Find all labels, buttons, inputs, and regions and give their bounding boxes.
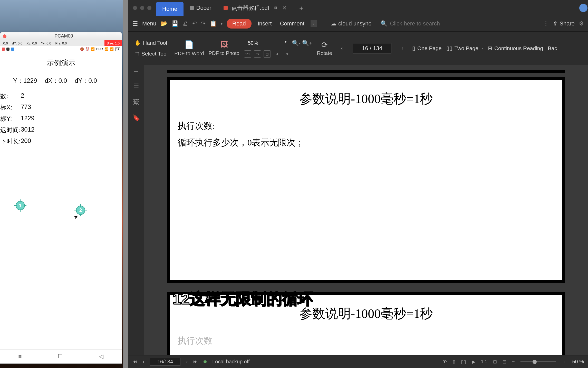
fit-screen-icon[interactable]: ◻ [264, 50, 271, 58]
continuous-reading-button[interactable]: ⊟Continuous Reading [488, 45, 543, 51]
click-canvas[interactable]: 1 2 ➤ [0, 147, 122, 301]
nav-back-button[interactable]: ◁ [99, 353, 103, 360]
tab-document[interactable]: i点击器教程.pdf ⧉ ✕ [217, 0, 293, 16]
live-coord-y: Y：1229 [13, 77, 45, 85]
eye-protection-icon[interactable]: 👁 [442, 359, 447, 364]
maximize-button[interactable] [147, 6, 151, 10]
close-tab-icon[interactable]: ✕ [282, 5, 287, 11]
page-number-input[interactable]: 16 / 134 [353, 43, 391, 53]
prev-page-icon[interactable]: ‹ [143, 359, 144, 364]
fit-page-icon[interactable]: ▭ [254, 50, 261, 58]
backup-status-dot [204, 360, 207, 363]
word-convert-icon: 📄 [184, 40, 194, 49]
outline-icon[interactable]: ☰ [133, 82, 139, 90]
pdf-reader-window: Home Docer i点击器教程.pdf ⧉ ✕ ＋ ☰ Menu 📂 💾 🖨… [128, 0, 588, 368]
more-options-icon[interactable]: ⋮ [543, 20, 549, 27]
undo-icon[interactable]: ↶ [192, 20, 197, 27]
zoom-in-status-icon[interactable]: ＋ [562, 359, 566, 365]
rotate-right-icon[interactable]: ↻ [283, 50, 290, 58]
docer-icon [190, 6, 194, 10]
read-mode-button[interactable]: Read [227, 19, 252, 29]
wifi-icon: 📶 [91, 47, 95, 51]
video-subtitle-overlay: 12这样无限制的循环 [172, 289, 313, 309]
phone-window-titlebar: PCAM00 [0, 32, 122, 40]
select-tool-button[interactable]: ⬚Select Tool [132, 50, 170, 58]
insert-tab[interactable]: Insert [256, 20, 274, 27]
pdf-to-word-button[interactable]: 📄PDF to Word [174, 40, 204, 57]
zoom-select[interactable]: 50%▾ [244, 39, 290, 47]
dropdown-icon[interactable]: ▾ [221, 22, 223, 26]
backup-status-label[interactable]: Local backup off [212, 359, 249, 365]
mute-icon: 🔕 [80, 47, 84, 51]
tab-docer[interactable]: Docer [184, 0, 218, 16]
user-avatar[interactable] [579, 4, 587, 12]
print-icon[interactable]: 🖨 [182, 20, 188, 27]
side-rail: — ☰ 🖼 🔖 [128, 65, 144, 355]
nav-recent-button[interactable]: ≡ [18, 353, 22, 360]
next-page-button[interactable]: › [398, 43, 408, 54]
zoom-slider-thumb[interactable] [533, 360, 537, 364]
save-icon[interactable]: 💾 [171, 20, 178, 27]
menu-button[interactable]: Menu [142, 20, 156, 27]
one-page-icon: ▯ [412, 45, 415, 51]
search-input[interactable] [390, 20, 457, 27]
close-window-button[interactable] [3, 34, 6, 38]
close-button[interactable] [133, 6, 137, 10]
document-viewport[interactable]: 参数说明-1000毫秒=1秒 执行次数: 循环执行多少次，0表示无限次； 12这… [144, 65, 588, 355]
zoom-out-status-icon[interactable]: − [512, 359, 515, 364]
zoom-out-icon[interactable]: 🔍- [292, 40, 301, 47]
minimize-button[interactable] [140, 6, 144, 10]
pdf-statusbar: ⏮ ‹ 16/134 › ⏭ Local backup off 👁 ▯ ▯▯ ▶… [128, 355, 588, 368]
click-marker-1[interactable]: 1 [16, 201, 25, 210]
first-page-icon[interactable]: ⏮ [132, 359, 137, 364]
redo-icon[interactable]: ↷ [201, 20, 206, 27]
thumbnail-icon[interactable]: 🖼 [133, 98, 139, 106]
nav-home-button[interactable]: ☐ [58, 353, 63, 360]
rotate-left-icon[interactable]: ↺ [273, 50, 281, 58]
cloud-sync-status[interactable]: ☁cloud unsync [331, 20, 371, 27]
share-button[interactable]: ⇪Share [553, 20, 575, 27]
pdf-to-photo-button[interactable]: 🖼PDF to Photo [209, 40, 239, 56]
detach-tab-icon[interactable]: ⧉ [274, 6, 277, 10]
bookmark-icon[interactable]: 🔖 [132, 114, 140, 122]
tab-home[interactable]: Home [156, 2, 184, 16]
clipboard-icon[interactable]: 📋 [210, 20, 217, 27]
presentation-icon[interactable]: ▶ [472, 359, 475, 365]
more-tabs-icon[interactable]: › [311, 20, 317, 27]
new-tab-button[interactable]: ＋ [293, 0, 310, 16]
coord-yv: Yv: 0.0 [39, 41, 53, 45]
param-row-x: 标X:773 [0, 102, 122, 113]
settings-icon[interactable]: ⚙ [579, 20, 584, 27]
hamburger-icon[interactable]: ☰ [132, 20, 138, 27]
rotate-button[interactable]: ⟳Rotate [317, 40, 332, 56]
last-page-icon[interactable]: ⏭ [193, 359, 198, 364]
click-marker-2[interactable]: 2 [76, 206, 85, 215]
photo-convert-icon: 🖼 [220, 40, 228, 49]
prev-page-button[interactable]: ‹ [337, 43, 347, 54]
chevron-down-icon: ▾ [285, 40, 286, 46]
zoom-slider[interactable] [520, 361, 556, 362]
fit-window-icon[interactable]: ⊡ [493, 359, 497, 365]
back-button[interactable]: Bac [548, 45, 557, 51]
single-page-view-icon[interactable]: ▯ [453, 359, 455, 365]
rail-collapse-icon[interactable]: — [134, 69, 138, 74]
phone-window-title: PCAM00 [8, 33, 119, 39]
search-icon[interactable]: 🔍 [380, 20, 387, 27]
one-page-button[interactable]: ▯One Page [412, 45, 442, 51]
actual-size-icon[interactable]: 1:1 [481, 359, 487, 364]
fit-width-icon[interactable]: 1:1 [244, 50, 251, 58]
fit-width-status-icon[interactable]: ⊟ [503, 359, 506, 365]
zoom-percent-label[interactable]: 50 % [572, 359, 584, 365]
double-page-view-icon[interactable]: ▯▯ [461, 359, 466, 365]
page-text-line1: 执行次数: [178, 118, 555, 134]
two-page-button[interactable]: ▯▯Two Page▾ [446, 45, 483, 51]
phone-mirror-window: PCAM00 :0.0 dY: 0.0 Xv: 0.0 Yv: 0.0 Prs:… [0, 32, 122, 364]
hand-tool-button[interactable]: ✋Hand Tool [132, 39, 170, 47]
app-icon-1 [2, 48, 5, 51]
open-folder-icon[interactable]: 📂 [160, 20, 167, 27]
next-page-icon[interactable]: › [186, 359, 188, 364]
select-icon: ⬚ [134, 51, 139, 57]
comment-tab[interactable]: Comment [278, 20, 306, 27]
zoom-in-icon[interactable]: 🔍+ [302, 40, 312, 47]
status-page-input[interactable]: 16/134 [150, 358, 180, 366]
